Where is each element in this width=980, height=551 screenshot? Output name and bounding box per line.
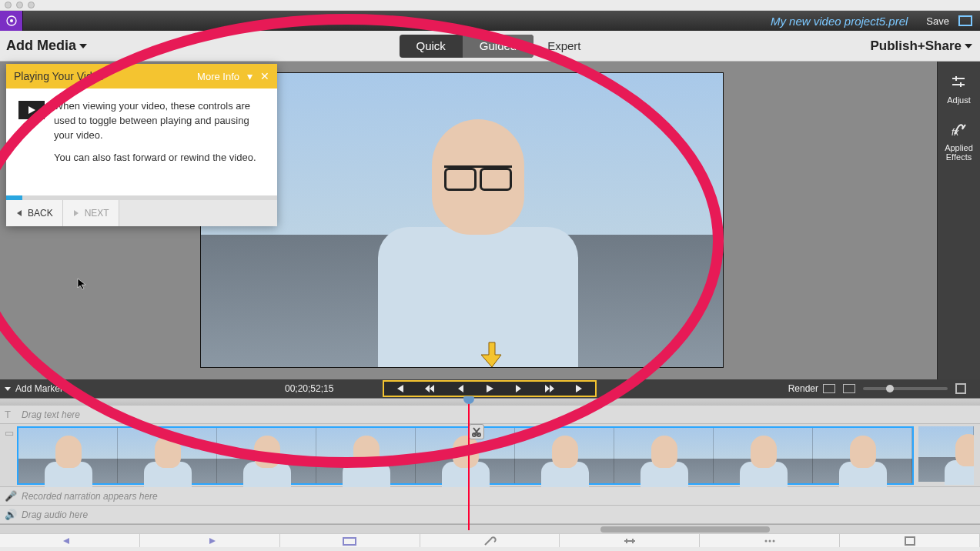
playhead-line [468,398,470,530]
preview-video-frame [201,73,723,367]
playback-controls [383,380,597,397]
text-track-icon: T [5,409,11,420]
clip-thumbnail [18,428,118,483]
traffic-light-max[interactable] [28,2,35,8]
bottom-toolbar [0,533,980,547]
mode-row: Add Media Quick Guided Expert Publish+Sh… [0,31,980,62]
guide-progress [6,195,277,200]
chevron-down-icon [79,44,87,48]
scrollbar-thumb[interactable] [600,526,770,533]
traffic-light-close[interactable] [5,2,12,8]
split-clip-button[interactable] [469,424,484,439]
work-area: Adjust fx Applied Effects Playing Your V… [0,62,980,379]
step-back-button[interactable] [452,382,467,396]
video-track[interactable]: ▭ [0,424,980,487]
video-clip-2[interactable] [918,426,974,485]
save-button[interactable]: Save [917,15,958,27]
traffic-light-min[interactable] [16,2,23,8]
guide-back-button[interactable]: BACK [6,200,63,226]
clip-thumbnail [614,428,714,483]
clip-thumbnail [416,428,515,483]
mic-icon: 🎤 [5,490,17,502]
text-track[interactable]: T Drag text here [0,406,980,424]
chevron-down-icon [965,44,972,48]
add-marker-label: Add Marker [15,383,63,394]
settings-button[interactable] [560,534,700,547]
undo-button[interactable] [0,534,140,547]
highlight-arrow-icon [481,341,503,372]
guide-next-label: NEXT [85,208,109,219]
help-button[interactable] [840,534,980,547]
svg-text:fx: fx [952,127,959,138]
narration-track[interactable]: 🎤 Recorded narration appears here [0,487,980,506]
goto-start-button[interactable] [392,382,407,396]
guide-progress-fill [6,195,22,200]
audio-placeholder: Drag audio here [22,509,88,520]
add-media-label: Add Media [6,38,76,54]
applied-effects-button[interactable]: fx Applied Effects [938,120,980,162]
guide-more-info-link[interactable]: More Info [197,71,239,82]
transport-bar: Add Marker 00;20;52;15 Render [0,379,980,398]
app-top-bar: My new video project5.prel Save [0,11,980,31]
guide-back-label: BACK [28,208,53,219]
guide-header: Playing Your Video More Info ▾ ✕ [6,64,277,88]
publish-share-button[interactable]: Publish+Share [870,38,980,54]
clip-thumbnail [813,428,912,483]
add-media-button[interactable]: Add Media [0,38,87,54]
mode-tabs: Quick Guided [399,35,533,58]
narration-placeholder: Recorded narration appears here [22,491,158,502]
speaker-icon: 🔊 [5,509,17,520]
video-clip[interactable] [17,426,914,485]
svg-point-8 [772,539,774,542]
render-button[interactable]: Render [788,383,818,394]
guide-footer: BACK NEXT [6,200,277,226]
fast-forward-button[interactable] [542,382,557,396]
display-mode-icon[interactable] [843,384,855,393]
zoom-thumb[interactable] [886,385,894,392]
app-logo[interactable] [0,11,23,31]
fullscreen-preview-icon[interactable] [955,383,966,394]
clip-thumbnail [118,428,217,483]
more-button[interactable] [700,534,840,547]
mac-titlebar [0,0,980,11]
tools-button[interactable] [420,534,560,547]
svg-rect-9 [905,537,915,545]
rewind-button[interactable] [422,382,437,396]
fullscreen-icon[interactable] [958,15,972,26]
guide-collapse-icon[interactable]: ▾ [247,70,253,82]
clip-thumbnail [217,428,316,483]
tab-quick[interactable]: Quick [399,35,462,58]
guide-title: Playing Your Video [14,70,104,82]
guide-close-icon[interactable]: ✕ [260,70,269,82]
organizer-button[interactable] [280,534,420,547]
chevron-down-icon [5,387,11,391]
svg-point-6 [764,539,767,542]
play-button[interactable] [482,382,497,396]
mouse-cursor-icon [77,278,89,293]
guide-next-button[interactable]: NEXT [63,200,119,226]
timeline-scrollbar[interactable] [0,524,980,533]
transport-right-controls [823,383,966,394]
publish-label: Publish+Share [870,38,962,54]
tab-guided[interactable]: Guided [463,35,533,58]
time-ruler[interactable] [0,398,980,406]
project-filename: My new video project5.prel [771,15,917,28]
timecode-display[interactable]: 00;20;52;15 [285,383,333,394]
step-forward-button[interactable] [512,382,527,396]
safe-margins-icon[interactable] [823,384,835,393]
zoom-slider[interactable] [863,387,948,390]
adjust-label: Adjust [947,95,971,105]
preview-monitor[interactable] [200,72,724,368]
guide-body: When viewing your video, these controls … [6,88,277,195]
goto-end-button[interactable] [572,382,587,396]
redo-button[interactable] [140,534,280,547]
svg-point-1 [10,19,13,22]
clip-thumbnail [714,428,813,483]
svg-rect-5 [343,538,356,545]
tab-expert[interactable]: Expert [547,39,580,52]
adjust-button[interactable]: Adjust [947,72,971,105]
clip-thumbnail [918,426,974,482]
add-marker-button[interactable]: Add Marker [0,383,63,394]
audio-track[interactable]: 🔊 Drag audio here [0,506,980,524]
text-track-placeholder: Drag text here [22,409,80,420]
